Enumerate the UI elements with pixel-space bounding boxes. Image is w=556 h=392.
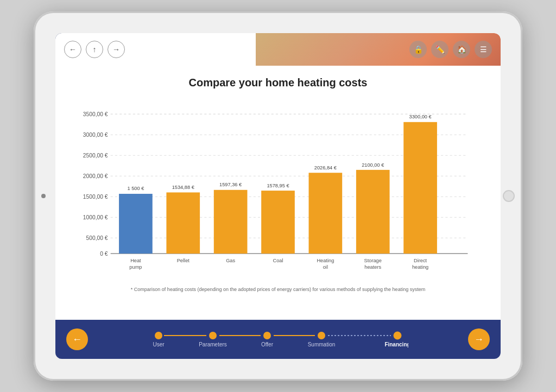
bar-gas bbox=[214, 190, 248, 254]
main-content: Compare your home heating costs bbox=[55, 66, 501, 359]
tablet-frame: ← ↑ → 🔒 ✏️ 🏠 ☰ Compare your home heating… bbox=[34, 11, 522, 381]
prev-button[interactable]: ← bbox=[66, 328, 88, 350]
nav-left: ← ↑ → bbox=[64, 41, 125, 58]
up-button[interactable]: ↑ bbox=[86, 41, 103, 58]
svg-text:2100,00 €: 2100,00 € bbox=[362, 162, 384, 168]
step-dot-summation bbox=[318, 332, 325, 339]
chart-note: * Comparison of heating costs (depending… bbox=[77, 287, 479, 292]
bar-storage-heaters bbox=[356, 170, 390, 254]
svg-text:2500,00 €: 2500,00 € bbox=[83, 153, 108, 159]
bar-pellet bbox=[166, 192, 200, 254]
step-dot-parameters bbox=[209, 332, 217, 339]
next-button[interactable]: → bbox=[468, 328, 490, 350]
svg-text:heaters: heaters bbox=[364, 264, 381, 270]
bar-heating-oil bbox=[309, 173, 343, 254]
chart-svg: 3500,00 € 3000,00 € 2500,00 € 2000,00 € … bbox=[77, 100, 479, 284]
bottom-bar: ← bbox=[55, 320, 501, 359]
svg-text:3500,00 €: 3500,00 € bbox=[83, 111, 108, 117]
svg-text:500,00 €: 500,00 € bbox=[86, 235, 108, 241]
step-label-parameters: Parameters bbox=[199, 342, 227, 347]
svg-text:2026,84 €: 2026,84 € bbox=[314, 165, 337, 170]
svg-text:1 500 €: 1 500 € bbox=[127, 186, 144, 191]
svg-text:2000,00 €: 2000,00 € bbox=[83, 173, 108, 179]
step-dot-user bbox=[155, 332, 162, 339]
svg-text:3300,00 €: 3300,00 € bbox=[409, 114, 432, 119]
svg-text:Pellet: Pellet bbox=[177, 258, 190, 264]
svg-text:pump: pump bbox=[129, 264, 142, 270]
bar-direct-heating bbox=[403, 122, 437, 254]
svg-text:Heat: Heat bbox=[130, 258, 141, 264]
progress-steps: User Parameters Offer Summation Financin… bbox=[88, 326, 468, 353]
chart-area: 3500,00 € 3000,00 € 2500,00 € 2000,00 € … bbox=[77, 100, 479, 284]
tablet-home-button bbox=[503, 190, 515, 202]
svg-text:Direct: Direct bbox=[414, 258, 427, 264]
step-label-financing: Financing bbox=[384, 342, 408, 347]
step-label-summation: Summation bbox=[308, 342, 336, 347]
edit-icon-button[interactable]: ✏️ bbox=[431, 41, 448, 58]
tablet-screen: ← ↑ → 🔒 ✏️ 🏠 ☰ Compare your home heating… bbox=[55, 33, 501, 359]
step-dot-financing bbox=[394, 332, 401, 339]
forward-button[interactable]: → bbox=[108, 41, 125, 58]
svg-text:1534,88 €: 1534,88 € bbox=[172, 185, 195, 190]
step-label-offer: Offer bbox=[261, 342, 274, 347]
chart-title: Compare your home heating costs bbox=[77, 77, 479, 89]
back-button[interactable]: ← bbox=[64, 41, 81, 58]
svg-text:1597,36 €: 1597,36 € bbox=[219, 182, 242, 187]
content-inner: Compare your home heating costs bbox=[55, 66, 501, 320]
svg-text:Coal: Coal bbox=[273, 258, 283, 264]
svg-text:heating: heating bbox=[412, 264, 428, 270]
home-icon-button[interactable]: 🏠 bbox=[453, 41, 470, 58]
lock-icon-button[interactable]: 🔒 bbox=[409, 41, 427, 58]
svg-text:oil: oil bbox=[323, 264, 328, 270]
bar-coal bbox=[261, 191, 295, 254]
steps-svg: User Parameters Offer Summation Financin… bbox=[148, 326, 408, 353]
top-bar: ← ↑ → 🔒 ✏️ 🏠 ☰ bbox=[55, 33, 501, 66]
svg-text:0 €: 0 € bbox=[100, 251, 108, 257]
svg-text:3000,00 €: 3000,00 € bbox=[83, 132, 108, 138]
svg-text:1000,00 €: 1000,00 € bbox=[83, 214, 108, 220]
step-dot-offer bbox=[263, 332, 271, 339]
step-label-user: User bbox=[153, 342, 165, 347]
nav-right: 🔒 ✏️ 🏠 ☰ bbox=[409, 41, 492, 58]
svg-text:1578,95 €: 1578,95 € bbox=[267, 183, 289, 188]
svg-text:Storage: Storage bbox=[364, 258, 382, 264]
menu-icon-button[interactable]: ☰ bbox=[475, 41, 492, 58]
tablet-side-button bbox=[41, 194, 46, 198]
bar-heat-pump bbox=[119, 194, 153, 254]
svg-text:Gas: Gas bbox=[226, 258, 235, 264]
svg-text:Heating: Heating bbox=[317, 258, 334, 264]
svg-text:1500,00 €: 1500,00 € bbox=[83, 194, 108, 200]
